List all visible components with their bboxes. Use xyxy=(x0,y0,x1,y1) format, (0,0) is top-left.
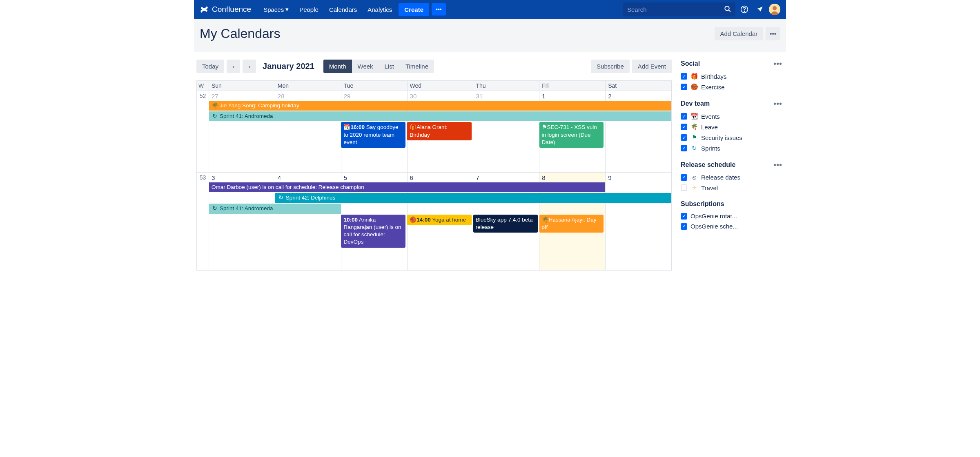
event-block[interactable]: 🌴Hassana Ajayi: Day off xyxy=(539,215,604,233)
checkbox[interactable]: ✓ xyxy=(681,223,687,230)
event-bar[interactable]: ↻Sprint 42: Delphinus xyxy=(275,193,671,203)
calendar-icon: 📆 xyxy=(343,124,350,130)
palm-icon: 🌴 xyxy=(542,217,549,223)
create-button[interactable]: Create xyxy=(399,3,429,16)
view-tabs: Month Week List Timeline xyxy=(323,60,434,73)
sidebar: Social•••✓🎁Birthdays✓🏀ExerciseDev team••… xyxy=(676,52,786,271)
add-event-button[interactable]: Add Event xyxy=(632,60,672,73)
sprint-icon: ↻ xyxy=(278,194,284,202)
nav-people[interactable]: People xyxy=(295,4,323,16)
day-hdr: Tue xyxy=(341,81,408,91)
nav-spaces[interactable]: Spaces ▾ xyxy=(259,3,293,16)
event-bar[interactable]: ↻Sprint 41: Andromeda xyxy=(209,111,671,121)
event-block[interactable]: 🏀14:00 Yoga at home xyxy=(407,215,472,225)
svg-point-4 xyxy=(773,6,777,10)
checkbox[interactable]: ✓ xyxy=(681,84,687,90)
sidebar-item-label: Sprints xyxy=(701,145,720,152)
sidebar-group: Subscriptions✓OpsGenie rotat...✓OpsGenie… xyxy=(681,200,782,231)
view-week[interactable]: Week xyxy=(352,60,379,73)
event-block[interactable]: 10:00 Annika Rangarajan (user) is on cal… xyxy=(341,215,405,248)
chevron-left-icon: ‹ xyxy=(232,63,234,70)
sidebar-item[interactable]: ✓🌴Leave xyxy=(681,122,782,132)
checkbox[interactable]: ✓ xyxy=(681,174,687,181)
search-box[interactable] xyxy=(623,2,735,16)
issue-icon: ⚑ xyxy=(542,124,547,130)
palm-icon: 🌴 xyxy=(212,102,218,109)
group-more-button[interactable]: ••• xyxy=(773,100,782,108)
next-button[interactable]: › xyxy=(243,60,256,73)
sprint-icon: ↻ xyxy=(690,144,698,152)
nav-calendars[interactable]: Calendars xyxy=(325,4,361,16)
nav-analytics[interactable]: Analytics xyxy=(363,4,396,16)
issue-icon: ⚑ xyxy=(690,134,698,141)
checkbox[interactable]: ✓ xyxy=(681,213,687,220)
sidebar-item-label: Security issues xyxy=(701,134,742,141)
add-calendar-button[interactable]: Add Calendar xyxy=(715,27,764,40)
checkbox[interactable]: ✓ xyxy=(681,73,687,80)
checkbox[interactable]: ✓ xyxy=(681,134,687,141)
subscribe-button[interactable]: Subscribe xyxy=(591,60,630,73)
sidebar-item[interactable]: ✓⚑Security issues xyxy=(681,132,782,143)
sidebar-item-label: Birthdays xyxy=(701,73,727,80)
sidebar-item[interactable]: ✓OpsGenie rotat... xyxy=(681,211,782,221)
notification-icon[interactable] xyxy=(753,3,766,16)
sidebar-item-label: OpsGenie rotat... xyxy=(690,213,737,220)
search-icon[interactable] xyxy=(724,5,731,14)
sidebar-group: Dev team•••✓📆Events✓🌴Leave✓⚑Security iss… xyxy=(681,100,782,153)
week-number: 53 xyxy=(197,173,209,270)
more-icon: ••• xyxy=(436,6,442,13)
calendar-main: Today ‹ › January 2021 Month Week List T… xyxy=(196,52,676,271)
sidebar-item[interactable]: ✓⎋Release dates xyxy=(681,172,782,182)
sidebar-group: Release schedule•••✓⎋Release dates✈Trave… xyxy=(681,161,782,193)
event-bar[interactable]: Omar Darboe (user) is on call for schedu… xyxy=(209,182,605,192)
sidebar-item[interactable]: ✓🏀Exercise xyxy=(681,82,782,92)
search-input[interactable] xyxy=(627,6,724,13)
help-icon[interactable] xyxy=(738,3,751,16)
release-icon: ⎋ xyxy=(690,174,698,181)
checkbox[interactable]: ✓ xyxy=(681,113,687,120)
view-list[interactable]: List xyxy=(379,60,400,73)
sidebar-item-label: OpsGenie sche... xyxy=(690,223,738,230)
calendar-icon: 📆 xyxy=(690,113,698,120)
page-header: My Calendars Add Calendar ••• xyxy=(194,19,786,52)
chevron-right-icon: › xyxy=(248,63,250,70)
brand-text: Confluence xyxy=(212,5,251,14)
sidebar-group-title: Social xyxy=(681,60,700,67)
view-month[interactable]: Month xyxy=(323,60,352,73)
day-hdr: Fri xyxy=(539,81,606,91)
event-bar[interactable]: 🌴Jie Yang Song: Camping holiday xyxy=(209,101,671,111)
event-block[interactable]: 📆16:00 Say goodbye to 2020 remote team e… xyxy=(341,122,405,148)
sidebar-item[interactable]: ✓📆Events xyxy=(681,111,782,122)
svg-point-0 xyxy=(725,6,729,11)
calendar-toolbar: Today ‹ › January 2021 Month Week List T… xyxy=(196,60,672,73)
header-more-button[interactable]: ••• xyxy=(766,27,780,40)
period-label: January 2021 xyxy=(263,62,314,71)
sidebar-item[interactable]: ✓OpsGenie sche... xyxy=(681,221,782,231)
sidebar-group-title: Subscriptions xyxy=(681,200,724,208)
palm-icon: 🌴 xyxy=(690,123,698,131)
prev-button[interactable]: ‹ xyxy=(227,60,240,73)
chevron-down-icon: ▾ xyxy=(285,6,289,13)
ball-icon: 🏀 xyxy=(410,217,416,223)
brand[interactable]: Confluence xyxy=(200,5,251,14)
week-col-hdr: W xyxy=(197,81,209,91)
sidebar-item[interactable]: ✓↻Sprints xyxy=(681,143,782,153)
event-block[interactable]: ⚑SEC-731 - XSS vuln in login screen (Due… xyxy=(539,122,604,148)
avatar[interactable] xyxy=(769,4,780,15)
today-button[interactable]: Today xyxy=(196,60,224,73)
checkbox[interactable]: ✓ xyxy=(681,124,687,130)
group-more-button[interactable]: ••• xyxy=(773,161,782,169)
view-timeline[interactable]: Timeline xyxy=(400,60,434,73)
event-block[interactable]: 🎁Alana Grant: Birthday xyxy=(407,122,472,140)
group-more-button[interactable]: ••• xyxy=(773,60,782,68)
page-title: My Calendars xyxy=(200,26,280,41)
gift-icon: 🎁 xyxy=(410,124,416,130)
checkbox[interactable]: ✓ xyxy=(681,145,687,151)
checkbox[interactable] xyxy=(681,184,687,191)
week-number: 52 xyxy=(197,91,209,172)
nav-more-button[interactable]: ••• xyxy=(432,3,446,16)
sidebar-item[interactable]: ✓🎁Birthdays xyxy=(681,71,782,82)
sidebar-item[interactable]: ✈Travel xyxy=(681,182,782,193)
day-hdr: Sun xyxy=(209,81,275,91)
event-block[interactable]: BlueSky app 7.4.0 beta release xyxy=(473,215,538,233)
